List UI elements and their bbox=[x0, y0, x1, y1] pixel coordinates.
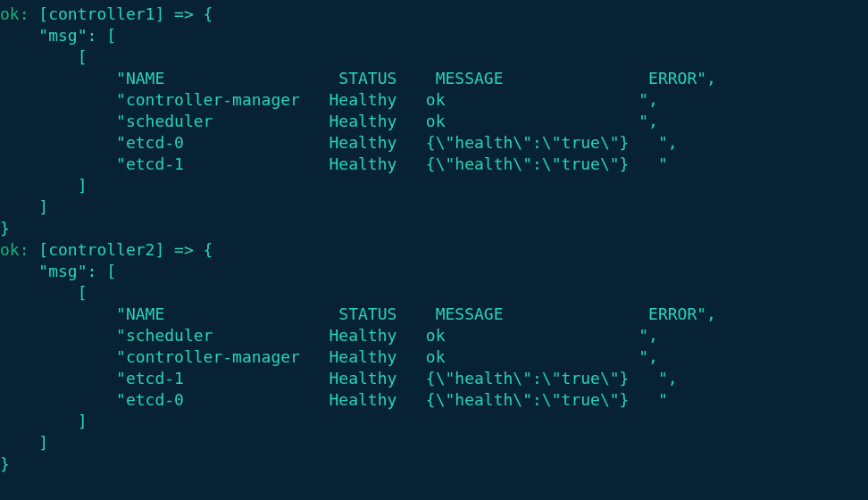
inner-bracket-close: ] bbox=[0, 412, 88, 430]
terminal-line: "etcd-0 Healthy {\"health\":\"true\"} " bbox=[0, 389, 868, 411]
output-line: "etcd-0 Healthy {\"health\":\"true\"} " bbox=[0, 390, 668, 409]
output-line: "NAME STATUS MESSAGE ERROR", bbox=[0, 69, 716, 88]
bracket-close: ] bbox=[0, 197, 48, 216]
terminal-line: "msg": [ bbox=[0, 261, 868, 282]
terminal-line: "scheduler Healthy ok ", bbox=[0, 325, 868, 346]
terminal-line: } bbox=[0, 454, 868, 475]
arrow-brace: => { bbox=[164, 240, 213, 259]
inner-bracket-close: ] bbox=[0, 176, 88, 195]
terminal-line: "scheduler Healthy ok ", bbox=[0, 111, 868, 132]
terminal-line: "NAME STATUS MESSAGE ERROR", bbox=[0, 68, 868, 89]
inner-bracket-open: [ bbox=[0, 283, 88, 302]
msg-key: "msg" bbox=[0, 26, 88, 45]
terminal-line: ok: [controller1] => { bbox=[0, 4, 868, 25]
status-ok: ok: bbox=[0, 4, 38, 23]
output-line: "etcd-1 Healthy {\"health\":\"true\"} ", bbox=[0, 369, 678, 388]
brace-close: } bbox=[0, 219, 10, 238]
terminal-line: "controller-manager Healthy ok ", bbox=[0, 346, 868, 368]
host-name: [controller1] bbox=[38, 4, 164, 23]
inner-bracket-open: [ bbox=[0, 47, 88, 66]
output-line: "etcd-1 Healthy {\"health\":\"true\"} " bbox=[0, 154, 668, 173]
terminal-line: "etcd-1 Healthy {\"health\":\"true\"} " bbox=[0, 154, 868, 175]
terminal-line: "NAME STATUS MESSAGE ERROR", bbox=[0, 304, 868, 325]
output-line: "NAME STATUS MESSAGE ERROR", bbox=[0, 304, 716, 323]
brace-close: } bbox=[0, 454, 10, 473]
terminal-line: [ bbox=[0, 46, 868, 68]
terminal-line: ] bbox=[0, 196, 868, 218]
output-line: "scheduler Healthy ok ", bbox=[0, 112, 658, 130]
terminal-line: ] bbox=[0, 411, 868, 432]
status-ok: ok: bbox=[0, 240, 38, 259]
bracket-open: : [ bbox=[88, 26, 117, 45]
output-line: "controller-manager Healthy ok ", bbox=[0, 347, 658, 366]
terminal-line: "controller-manager Healthy ok ", bbox=[0, 89, 868, 111]
terminal-line: "etcd-0 Healthy {\"health\":\"true\"} ", bbox=[0, 132, 868, 154]
arrow-brace: => { bbox=[164, 4, 213, 23]
terminal-line: "etcd-1 Healthy {\"health\":\"true\"} ", bbox=[0, 368, 868, 389]
terminal-line: "msg": [ bbox=[0, 25, 868, 46]
host-name: [controller2] bbox=[38, 240, 164, 259]
terminal-line: } bbox=[0, 218, 868, 239]
terminal-line: ok: [controller2] => { bbox=[0, 239, 868, 261]
output-line: "etcd-0 Healthy {\"health\":\"true\"} ", bbox=[0, 133, 678, 152]
output-line: "scheduler Healthy ok ", bbox=[0, 326, 658, 345]
msg-key: "msg" bbox=[0, 262, 88, 280]
terminal-line: [ bbox=[0, 282, 868, 304]
terminal-line: ] bbox=[0, 432, 868, 454]
bracket-close: ] bbox=[0, 433, 48, 452]
terminal-line: ] bbox=[0, 175, 868, 196]
terminal-output: ok: [controller1] => { "msg": [ [ "NAME … bbox=[0, 0, 868, 475]
output-line: "controller-manager Healthy ok ", bbox=[0, 90, 658, 109]
bracket-open: : [ bbox=[88, 262, 117, 280]
